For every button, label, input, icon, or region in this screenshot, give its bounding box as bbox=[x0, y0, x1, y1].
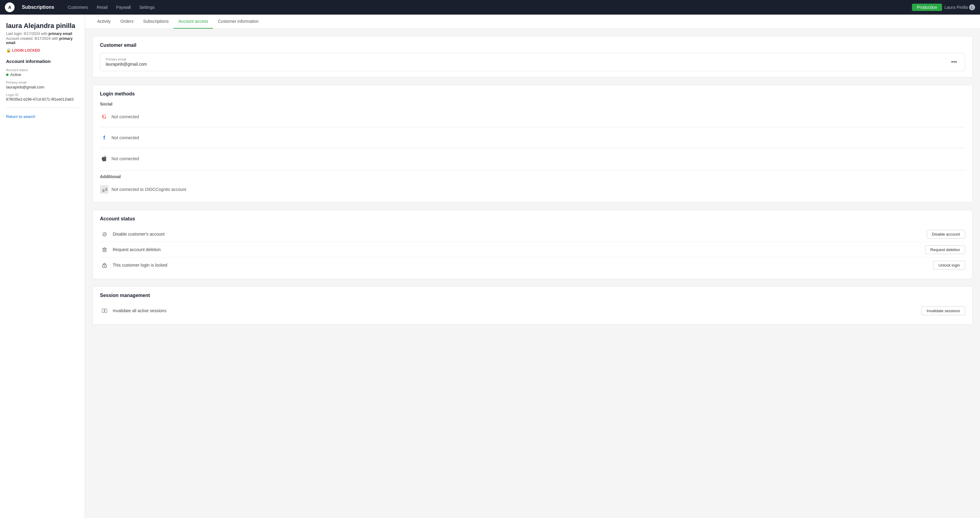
disable-icon: ⊘ bbox=[100, 230, 109, 239]
page-wrapper: laura Alejandra pinilla Last login: 9/17… bbox=[0, 14, 980, 518]
locked-icon bbox=[100, 260, 109, 269]
return-to-search-link[interactable]: Return to search bbox=[6, 114, 35, 119]
account-status-section: Account status ⊘ Disable customer's acco… bbox=[93, 210, 972, 279]
lock-icon: 🔒 bbox=[6, 48, 11, 53]
primary-email-label: Primary email bbox=[6, 81, 79, 84]
social-heading: Social bbox=[100, 102, 965, 107]
active-dot bbox=[6, 73, 8, 76]
unlock-login-button[interactable]: Unlock login bbox=[933, 261, 965, 269]
invalidate-description: Invalidate all active sessions bbox=[113, 308, 918, 313]
apple-icon bbox=[100, 155, 108, 163]
app-logo[interactable]: A bbox=[5, 2, 14, 12]
email-type-label: Primary email bbox=[106, 57, 147, 61]
user-label[interactable]: Laura Pinilla L bbox=[945, 4, 975, 10]
tab-customer-information[interactable]: Customer information bbox=[213, 14, 263, 29]
additional-divider bbox=[100, 170, 965, 171]
email-address: laurapinb@gmail.com bbox=[106, 62, 147, 67]
google-status: Not connected bbox=[111, 114, 139, 119]
email-options-button[interactable]: ••• bbox=[949, 58, 959, 67]
facebook-status: Not connected bbox=[111, 135, 139, 140]
svg-rect-0 bbox=[102, 189, 104, 192]
tab-subscriptions[interactable]: Subscriptions bbox=[138, 14, 173, 29]
account-status-card: Account status ⊘ Disable customer's acco… bbox=[92, 210, 973, 279]
account-status-label: Account status bbox=[6, 68, 79, 72]
facebook-icon: f bbox=[100, 134, 108, 142]
sidebar-divider bbox=[6, 108, 79, 108]
tab-account-access[interactable]: Account access bbox=[173, 14, 213, 29]
topnav-links: Customers Retail Paywall Settings bbox=[64, 3, 905, 11]
topnav-right: Production Laura Pinilla L bbox=[912, 4, 975, 11]
main-content: Activity Orders Subscriptions Account ac… bbox=[85, 14, 980, 518]
session-management-heading: Session management bbox=[100, 293, 965, 298]
account-access-content: Customer email Primary email laurapinb@g… bbox=[85, 29, 980, 339]
login-locked-badge: 🔒 LOGIN LOCKED bbox=[6, 48, 40, 53]
invalidate-sessions-button[interactable]: Invalidate sessions bbox=[921, 306, 965, 315]
social-divider-2 bbox=[100, 148, 965, 148]
social-divider-1 bbox=[100, 127, 965, 128]
session-management-card: Session management Invalidate all active… bbox=[92, 286, 973, 325]
user-avatar: L bbox=[969, 4, 975, 10]
deletion-description: Request account deletion bbox=[113, 247, 921, 252]
primary-email-card: Primary email laurapinb@gmail.com ••• bbox=[100, 53, 965, 71]
production-badge: Production bbox=[912, 4, 942, 11]
session-management-section: Session management Invalidate all active… bbox=[93, 287, 972, 324]
customer-name: laura Alejandra pinilla bbox=[6, 22, 79, 30]
email-info: Primary email laurapinb@gmail.com bbox=[106, 57, 147, 67]
oidc-status: Not connected to OIDCCognito account bbox=[111, 187, 186, 192]
customer-email-card: Customer email Primary email laurapinb@g… bbox=[92, 36, 973, 78]
account-created-meta: Account created: 9/17/2024 with primary … bbox=[6, 37, 79, 45]
login-methods-section: Login methods Social G Not connected f N… bbox=[93, 85, 972, 202]
tabs-bar: Activity Orders Subscriptions Account ac… bbox=[85, 14, 980, 29]
additional-heading: Additional bbox=[100, 174, 965, 179]
account-information-heading: Account information bbox=[6, 59, 79, 64]
apple-social-item: Not connected bbox=[100, 152, 965, 165]
svg-point-4 bbox=[104, 266, 105, 266]
login-id-label: Login ID bbox=[6, 93, 79, 97]
request-deletion-button[interactable]: Request deletion bbox=[925, 245, 965, 254]
svg-rect-5 bbox=[102, 309, 104, 312]
invalidate-sessions-row: Invalidate all active sessions Invalidat… bbox=[100, 303, 965, 318]
primary-email-value: laurapinb@gmail.com bbox=[6, 85, 79, 89]
login-id-value: 878035e2-b296-47cd-9271-9f1ee011fa63 bbox=[6, 97, 79, 102]
svg-rect-1 bbox=[105, 188, 107, 191]
nav-retail[interactable]: Retail bbox=[93, 3, 111, 11]
svg-rect-6 bbox=[105, 309, 107, 312]
oidc-icon bbox=[100, 185, 108, 194]
sidebar: laura Alejandra pinilla Last login: 9/17… bbox=[0, 14, 85, 518]
customer-email-heading: Customer email bbox=[100, 43, 965, 48]
tab-orders[interactable]: Orders bbox=[115, 14, 138, 29]
google-social-item: G Not connected bbox=[100, 110, 965, 123]
topnav: A Subscriptions Customers Retail Paywall… bbox=[0, 0, 980, 14]
login-methods-heading: Login methods bbox=[100, 91, 965, 97]
apple-status: Not connected bbox=[111, 156, 139, 161]
account-status-value: Active bbox=[6, 72, 79, 77]
nav-settings[interactable]: Settings bbox=[135, 3, 158, 11]
nav-customers[interactable]: Customers bbox=[64, 3, 92, 11]
tab-activity[interactable]: Activity bbox=[92, 14, 115, 29]
disable-account-row: ⊘ Disable customer's account Disable acc… bbox=[100, 226, 965, 242]
google-icon: G bbox=[100, 113, 108, 121]
customer-email-section: Customer email Primary email laurapinb@g… bbox=[93, 37, 972, 77]
last-login-meta: Last login: 9/17/2024 with primary email bbox=[6, 32, 79, 36]
trash-icon bbox=[100, 245, 109, 254]
facebook-social-item: f Not connected bbox=[100, 131, 965, 144]
sessions-icon bbox=[100, 306, 109, 315]
account-status-heading: Account status bbox=[100, 216, 965, 222]
unlock-description: This customer login is locked bbox=[113, 263, 929, 268]
request-deletion-row: Request account deletion Request deletio… bbox=[100, 242, 965, 258]
nav-paywall[interactable]: Paywall bbox=[112, 3, 134, 11]
login-methods-card: Login methods Social G Not connected f N… bbox=[92, 85, 973, 202]
oidc-item: Not connected to OIDCCognito account bbox=[100, 183, 965, 196]
app-brand: Subscriptions bbox=[22, 5, 54, 10]
disable-description: Disable customer's account bbox=[113, 232, 923, 236]
disable-account-button[interactable]: Disable account bbox=[927, 230, 966, 239]
unlock-login-row: This customer login is locked Unlock log… bbox=[100, 258, 965, 273]
